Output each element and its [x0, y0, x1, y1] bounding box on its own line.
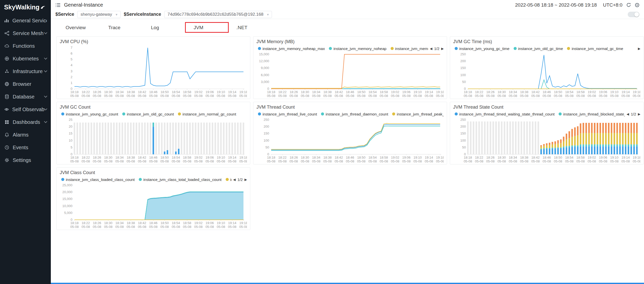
svg-text:18:58: 18:58 [183, 221, 191, 225]
legend-item[interactable]: instance_jvm_class_total_loaded_class_co… [139, 177, 222, 182]
svg-text:18:26: 18:26 [486, 156, 495, 159]
sidebar-item-infrastructure[interactable]: Infrastructure [0, 65, 51, 78]
legend-pagination: ◀1/2▶ [625, 111, 640, 117]
svg-text:18:50: 18:50 [160, 221, 169, 225]
tab-net[interactable]: .NET [236, 23, 279, 33]
legend-dot-icon [514, 47, 517, 50]
legend-item[interactable]: instance_jvm_thread_timed_waiting_state_… [455, 112, 555, 116]
svg-text:05-08: 05-08 [267, 159, 275, 163]
legend-item[interactable]: instance_jvm_thread_daemon_count [321, 112, 388, 116]
svg-text:200: 200 [264, 125, 269, 128]
svg-text:05-08: 05-08 [368, 159, 377, 163]
legend-item[interactable]: instance_jvm_memory_noheap_max [258, 46, 325, 51]
svg-text:18:38: 18:38 [323, 156, 332, 159]
sidebar-item-events[interactable]: Events [0, 141, 51, 154]
legend-next-icon[interactable]: ▶ [441, 47, 444, 51]
svg-text:05-08: 05-08 [621, 159, 630, 163]
legend-prev-icon[interactable]: ◀ [430, 47, 432, 51]
chart-plot[interactable]: 05,00010,00015,00020,00025,00018:1805-08… [60, 183, 247, 229]
sidebar-item-kubernetes[interactable]: Kubernetes [0, 52, 51, 65]
legend-prev-icon[interactable]: ◀ [626, 112, 629, 116]
legend-item[interactable]: instance_jvm_normal_gc_time [567, 46, 623, 51]
sidebar-item-label: Database [13, 94, 35, 100]
infrastructure-icon [4, 69, 10, 74]
tab-log[interactable]: Log [151, 23, 194, 33]
svg-text:18:46: 18:46 [346, 90, 354, 94]
chart-title: JVM Class Count [60, 170, 247, 176]
chevron-down-icon [44, 120, 47, 123]
chart-plot[interactable]: 05010015020025018:1805-0818:2205-0818:26… [453, 117, 640, 164]
sidebar-item-database[interactable]: Database [0, 90, 51, 103]
tab-trace[interactable]: Trace [108, 23, 151, 33]
sidebar-item-general-service[interactable]: General Service [0, 14, 51, 27]
legend-dot-icon [122, 112, 125, 115]
sidebar-item-settings[interactable]: Settings [0, 154, 51, 166]
legend-next-icon[interactable]: ▶ [638, 47, 640, 51]
svg-text:18:50: 18:50 [554, 90, 562, 94]
refresh-icon[interactable] [626, 2, 631, 8]
sidebar-item-dashboards[interactable]: Dashboards [0, 116, 51, 128]
timezone-label[interactable]: UTC+8:0 [603, 2, 622, 8]
svg-text:18:46: 18:46 [543, 90, 551, 94]
legend-next-icon[interactable]: ▶ [244, 178, 247, 181]
service-instance-select[interactable]: 74d96c778c694c6b9b6322c62d55b765@192.168… [164, 11, 272, 18]
legend-item[interactable]: instance_jvm_thread_peak_count [392, 112, 444, 116]
svg-text:10: 10 [69, 139, 72, 142]
svg-text:18:30: 18:30 [104, 156, 113, 159]
browser-globe-icon [4, 81, 10, 87]
tab-jvm[interactable]: JVM [194, 23, 236, 33]
svg-text:05-08: 05-08 [115, 225, 124, 229]
svg-text:05-08: 05-08 [183, 159, 191, 163]
svg-text:05-08: 05-08 [183, 94, 191, 98]
svg-text:19:02: 19:02 [194, 90, 203, 94]
svg-text:19:14: 19:14 [425, 156, 433, 159]
svg-text:05-08: 05-08 [194, 225, 203, 229]
chart-plot[interactable]: 051015202518:1805-0818:2205-0818:2605-08… [60, 117, 247, 164]
legend-page-indicator: 1/2 [434, 46, 439, 51]
svg-text:18:50: 18:50 [357, 90, 365, 94]
chart-plot[interactable]: 03,0006,0009,00012,00015,00018:1805-0818… [256, 52, 444, 98]
svg-text:25,000: 25,000 [62, 183, 72, 187]
legend-item[interactable]: instance_jvm_young_gc_time [455, 46, 510, 51]
svg-text:250: 250 [460, 118, 466, 122]
legend-prev-icon[interactable]: ◀ [233, 178, 236, 181]
svg-text:18:26: 18:26 [486, 90, 495, 94]
sidebar-item-service-mesh[interactable]: Service Mesh [0, 27, 51, 40]
legend-next-icon[interactable]: ▶ [638, 112, 640, 116]
svg-text:05-08: 05-08 [391, 94, 399, 98]
sidebar-item-functions[interactable]: Functions [0, 40, 51, 52]
legend-item[interactable]: instance_jvm_class_loaded_class_count [61, 177, 135, 182]
chart-plot[interactable]: 0123456718:1805-0818:2205-0818:2605-0818… [60, 45, 247, 98]
sidebar-item-browser[interactable]: Browser [0, 78, 51, 90]
svg-text:05-08: 05-08 [138, 225, 146, 229]
sidebar-item-self-observability[interactable]: Self Observability [0, 103, 51, 116]
svg-text:18:58: 18:58 [183, 90, 191, 94]
legend-item[interactable]: instance_jvm_old_gc_count [122, 112, 174, 116]
legend-item[interactable]: instance_jvm_young_gc_count [61, 112, 118, 116]
chart-plot[interactable]: 05010015020025018:1805-0818:2205-0818:26… [453, 52, 640, 98]
sidebar-item-label: Self Observability [12, 107, 44, 112]
chart-plot[interactable]: 05010015020025018:1805-0818:2205-0818:26… [256, 117, 444, 164]
legend-item[interactable]: instance_jvm_thread_live_count [258, 112, 317, 116]
svg-text:18:46: 18:46 [346, 156, 354, 159]
legend-item[interactable]: instance_jvm_normal_gc_count [178, 112, 236, 116]
legend-item[interactable]: instance_jvm_memory_noheap [329, 46, 386, 51]
svg-text:05-08: 05-08 [70, 94, 79, 98]
svg-text:19:10: 19:10 [610, 90, 619, 94]
time-range-picker[interactable]: 2022-05-08 18:18 ~ 2022-05-08 19:18 [515, 2, 597, 8]
legend-dot-icon [258, 112, 261, 115]
svg-text:250: 250 [460, 52, 466, 56]
theme-toggle[interactable] [628, 12, 639, 17]
sidebar-item-alarms[interactable]: Alarms [0, 128, 51, 141]
svg-text:05-08: 05-08 [543, 94, 551, 98]
tab-overview[interactable]: Overview [66, 23, 108, 33]
svg-text:18:38: 18:38 [520, 156, 528, 159]
menu-toggle-icon[interactable] [55, 3, 60, 7]
sidebar-item-label: Settings [13, 157, 31, 163]
auto-refresh-icon[interactable] [635, 3, 639, 7]
service-select[interactable]: shenyu-gateway ▾ [77, 11, 121, 18]
svg-text:05-08: 05-08 [334, 159, 343, 163]
toggle-knob [634, 12, 639, 17]
legend-item[interactable]: instance_jvm_old_gc_time [514, 46, 563, 51]
svg-text:05-08: 05-08 [104, 94, 112, 98]
